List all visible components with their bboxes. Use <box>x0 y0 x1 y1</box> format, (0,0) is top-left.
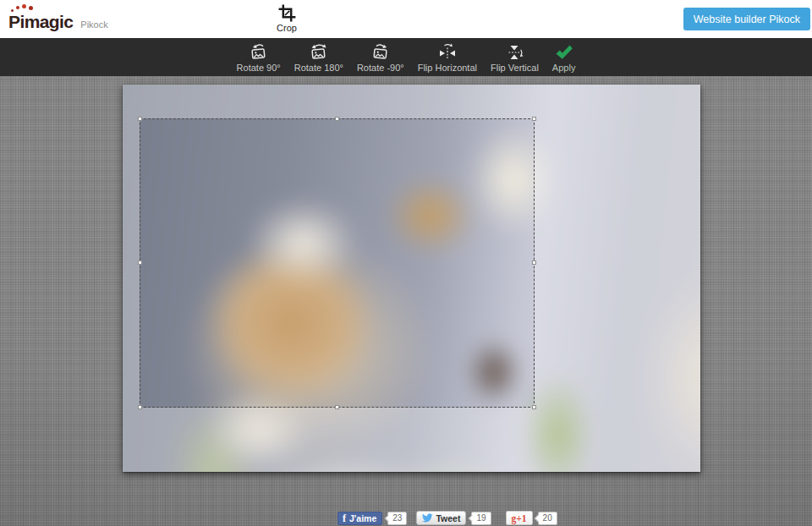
rotate-neg-90-icon <box>370 42 392 63</box>
crop-handle-top-middle[interactable] <box>335 117 339 121</box>
pimagic-app: Pimagic Pikock Crop Website builder Piko… <box>0 0 812 526</box>
crop-handle-bottom-left[interactable] <box>138 405 142 409</box>
photo-canvas[interactable] <box>123 85 700 472</box>
google-plus-one-label: g+1 <box>512 513 527 523</box>
crop-handle-top-right[interactable] <box>532 117 536 121</box>
apply-button[interactable]: Apply <box>546 38 583 76</box>
crop-handle-middle-right[interactable] <box>532 260 536 265</box>
apply-label: Apply <box>552 63 576 73</box>
rotate-neg-90-label: Rotate -90° <box>357 63 404 73</box>
editor-canvas: f J'aime 23 Tweet 19 g+1 20 <box>0 76 812 526</box>
flip-horizontal-label: Flip Horizontal <box>418 63 477 73</box>
crop-handle-bottom-middle[interactable] <box>335 405 339 409</box>
crop-handle-bottom-right[interactable] <box>532 405 536 409</box>
tweet-widget: Tweet 19 <box>416 511 491 525</box>
facebook-like-count: 23 <box>387 512 407 525</box>
social-share-bar: f J'aime 23 Tweet 19 g+1 20 <box>337 511 557 525</box>
facebook-like-widget: f J'aime 23 <box>337 512 407 525</box>
twitter-bird-icon <box>422 513 433 523</box>
logo-dots-icon <box>8 4 37 13</box>
crop-tool-button[interactable]: Crop <box>266 3 308 33</box>
rotate-90-icon <box>248 42 270 63</box>
google-plus-one-button[interactable]: g+1 <box>506 511 533 525</box>
checkmark-icon <box>554 42 574 63</box>
rotate-180-label: Rotate 180° <box>294 63 343 73</box>
google-plus-one-count: 20 <box>538 512 557 525</box>
crop-tool-label: Crop <box>266 23 308 33</box>
facebook-like-button[interactable]: f J'aime <box>337 512 382 525</box>
facebook-icon: f <box>343 513 346 523</box>
rotate-180-icon <box>308 42 330 63</box>
google-plus-widget: g+1 20 <box>506 511 557 525</box>
logo-text: Pimagic <box>8 12 73 32</box>
crop-handle-middle-left[interactable] <box>138 260 142 265</box>
website-builder-button[interactable]: Website builder Pikock <box>683 8 810 30</box>
rotate-90-button[interactable]: Rotate 90° <box>230 38 288 76</box>
tweet-label: Tweet <box>436 513 460 523</box>
rotate-90-label: Rotate 90° <box>237 63 281 73</box>
tweet-button[interactable]: Tweet <box>416 511 466 525</box>
app-header: Pimagic Pikock Crop Website builder Piko… <box>0 0 812 38</box>
app-logo[interactable]: Pimagic Pikock <box>8 4 108 32</box>
flip-vertical-button[interactable]: Flip Vertical <box>484 38 546 76</box>
flip-horizontal-icon <box>436 42 458 63</box>
edit-toolbar: Rotate 90° Rotate 180° <box>0 38 812 76</box>
tweet-count: 19 <box>471 512 491 525</box>
logo-subtitle: Pikock <box>80 19 107 30</box>
rotate-neg-90-button[interactable]: Rotate -90° <box>350 38 411 76</box>
facebook-like-label: J'aime <box>349 513 376 523</box>
flip-horizontal-button[interactable]: Flip Horizontal <box>411 38 484 76</box>
flip-vertical-label: Flip Vertical <box>491 63 539 73</box>
crop-selection[interactable] <box>140 118 535 408</box>
flip-vertical-icon <box>503 42 525 63</box>
rotate-180-button[interactable]: Rotate 180° <box>288 38 350 76</box>
crop-icon <box>277 3 298 24</box>
crop-handle-top-left[interactable] <box>138 117 142 121</box>
